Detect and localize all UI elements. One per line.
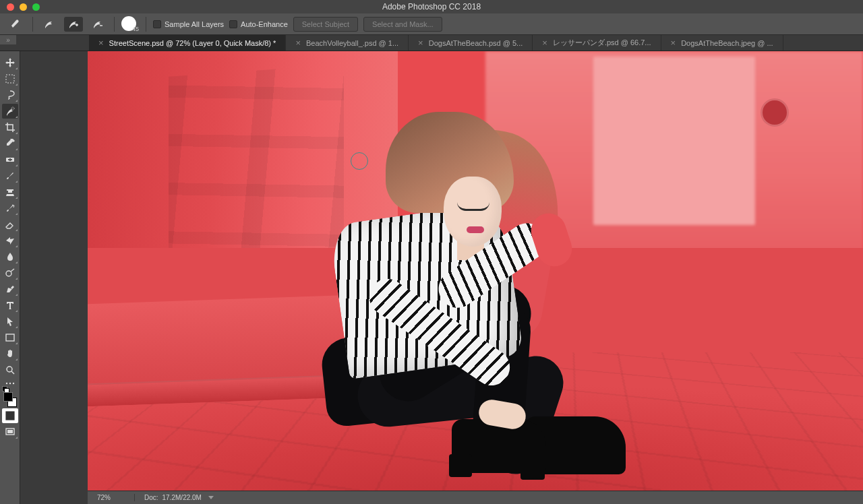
dodge-tool[interactable] — [2, 265, 18, 280]
document-tab[interactable]: × StreetScene.psd @ 72% (Layer 0, Quick … — [89, 35, 286, 51]
window-minimize-button[interactable] — [20, 3, 27, 11]
rectangle-tool[interactable] — [2, 330, 18, 345]
document-tab[interactable]: × レッサーパンダ.psd @ 66.7... — [533, 35, 661, 51]
type-tool[interactable] — [2, 298, 18, 313]
lasso-tool[interactable] — [2, 88, 18, 102]
sample-all-layers-label: Sample All Layers — [165, 20, 224, 28]
zoom-tool[interactable] — [2, 363, 18, 377]
document-tab[interactable]: × DogsAtTheBeach.psd @ 5... — [409, 35, 533, 51]
svg-point-7 — [9, 383, 10, 384]
svg-rect-4 — [6, 334, 14, 341]
canvas-subject — [263, 112, 614, 489]
document-tab-label: DogsAtTheBeach.jpeg @ ... — [681, 39, 773, 47]
history-brush-tool[interactable] — [2, 201, 18, 216]
quick-selection-tool[interactable] — [2, 104, 18, 119]
svg-point-3 — [6, 271, 11, 276]
expand-panels-toggle[interactable] — [0, 35, 16, 44]
svg-point-10 — [8, 414, 12, 418]
doc-label: Doc: — [144, 494, 158, 501]
default-colors-icon[interactable] — [2, 386, 8, 392]
svg-point-6 — [5, 383, 7, 384]
document-tab-label: StreetScene.psd @ 72% (Layer 0, Quick Ma… — [109, 39, 276, 47]
eraser-tool[interactable] — [2, 217, 18, 232]
zoom-level[interactable]: 72% — [88, 494, 135, 501]
close-icon[interactable]: × — [295, 38, 301, 48]
svg-rect-0 — [6, 75, 14, 83]
svg-point-5 — [7, 367, 12, 372]
chevron-down-icon — [208, 496, 214, 499]
marquee-tool[interactable] — [2, 71, 18, 86]
document-tab[interactable]: × DogsAtTheBeach.jpeg @ ... — [661, 35, 783, 51]
new-selection-mode[interactable] — [40, 17, 59, 32]
hand-tool[interactable] — [2, 346, 18, 361]
doc-size-value: 17.2M/22.0M — [162, 494, 202, 501]
crop-tool[interactable] — [2, 120, 18, 135]
document-size-readout[interactable]: Doc: 17.2M/22.0M — [135, 494, 214, 501]
document-tab[interactable]: × BeachVolleyball_.psd @ 1... — [286, 35, 409, 51]
clone-stamp-tool[interactable] — [2, 185, 18, 199]
auto-enhance-label: Auto-Enhance — [241, 20, 288, 28]
tools-panel — [0, 51, 20, 504]
blur-tool[interactable] — [2, 249, 18, 264]
brush-cursor-icon — [351, 152, 368, 170]
foreground-color-swatch[interactable] — [3, 392, 13, 402]
subtract-from-selection-mode[interactable] — [88, 17, 107, 32]
add-to-selection-mode[interactable] — [64, 17, 83, 32]
app-title: Adobe Photoshop CC 2018 — [382, 2, 481, 11]
close-icon[interactable]: × — [671, 38, 676, 48]
document-canvas[interactable] — [88, 51, 863, 491]
quick-mask-toggle[interactable] — [2, 408, 18, 423]
auto-enhance-checkbox[interactable]: Auto-Enhance — [229, 20, 288, 28]
path-selection-tool[interactable] — [2, 314, 18, 329]
document-tab-bar: × StreetScene.psd @ 72% (Layer 0, Quick … — [0, 35, 863, 51]
healing-brush-tool[interactable] — [2, 152, 18, 167]
eyedropper-tool[interactable] — [2, 136, 18, 151]
gradient-tool[interactable] — [2, 233, 18, 248]
window-close-button[interactable] — [7, 3, 14, 11]
window-zoom-button[interactable] — [32, 3, 40, 11]
select-subject-button[interactable]: Select Subject — [293, 17, 358, 32]
close-icon[interactable]: × — [418, 38, 423, 48]
sample-all-layers-checkbox[interactable]: Sample All Layers — [153, 20, 224, 28]
close-icon[interactable]: × — [542, 38, 547, 48]
pen-tool[interactable] — [2, 282, 18, 296]
select-and-mask-button[interactable]: Select and Mask... — [363, 17, 442, 32]
window-titlebar: Adobe Photoshop CC 2018 — [0, 0, 863, 13]
document-tab-label: レッサーパンダ.psd @ 66.7... — [553, 38, 651, 48]
document-tab-label: DogsAtTheBeach.psd @ 5... — [429, 39, 523, 47]
current-tool-preset[interactable] — [7, 17, 26, 32]
close-icon[interactable]: × — [98, 38, 104, 48]
color-swatches[interactable] — [2, 392, 18, 407]
status-bar: 72% Doc: 17.2M/22.0M — [88, 491, 863, 504]
brush-tool[interactable] — [2, 168, 18, 183]
brush-size-value: 45 — [132, 26, 139, 32]
screen-mode-button[interactable] — [2, 424, 18, 439]
options-bar: 45 Sample All Layers Auto-Enhance Select… — [0, 13, 863, 35]
document-tab-label: BeachVolleyball_.psd @ 1... — [306, 39, 398, 47]
svg-point-8 — [12, 383, 13, 384]
svg-rect-12 — [7, 430, 13, 433]
move-tool[interactable] — [2, 55, 18, 70]
